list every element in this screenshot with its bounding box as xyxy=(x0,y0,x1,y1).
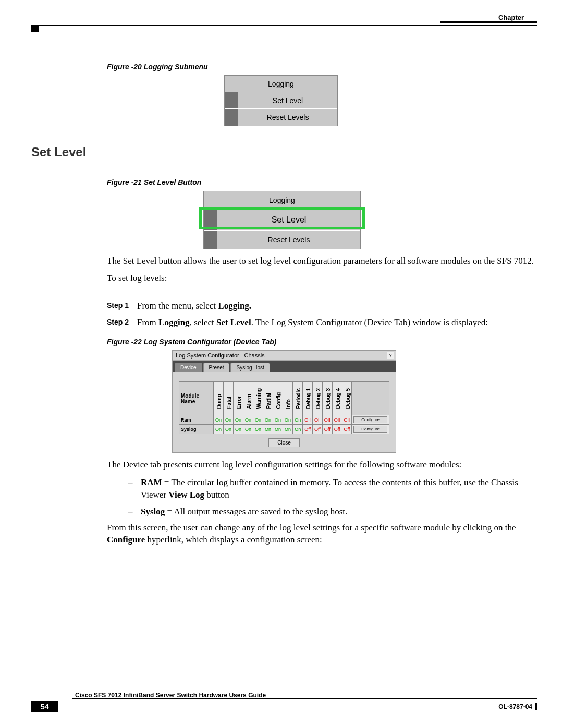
logging-submenu: Logging Set Level Reset Levels xyxy=(224,75,338,126)
menu-header-logging[interactable]: Logging xyxy=(225,76,337,92)
step-1: Step 1 From the menu, select Logging. xyxy=(107,300,537,312)
log-cell[interactable]: Off xyxy=(312,425,322,434)
paragraph: To set log levels: xyxy=(107,273,537,285)
tab-preset[interactable]: Preset xyxy=(203,363,230,372)
log-cell[interactable]: On xyxy=(253,425,263,434)
chapter-label: Chapter xyxy=(498,14,524,21)
page-content: Figure -20 Logging Submenu Logging Set L… xyxy=(31,63,537,551)
log-configurator-window: Log System Configurator - Chassis ? Devi… xyxy=(172,350,396,453)
log-cell[interactable]: Off xyxy=(332,415,342,425)
text-bold: Logging xyxy=(158,317,190,327)
text-bold: Syslog xyxy=(141,507,165,516)
log-level-table: Module NameDumpFatalErrorAlarmWarningPar… xyxy=(179,381,389,434)
log-cell[interactable]: On xyxy=(283,415,293,425)
menu-item-set-level[interactable]: Set Level xyxy=(225,92,337,109)
text: From xyxy=(137,317,158,327)
menu-label: Set Level xyxy=(238,96,337,105)
log-cell[interactable]: Off xyxy=(342,425,352,434)
page-header: Chapter xyxy=(31,19,537,28)
help-icon[interactable]: ? xyxy=(387,352,394,359)
log-cell[interactable]: On xyxy=(273,415,283,425)
col-header: Debug 1 xyxy=(303,382,313,415)
menu-label: Logging xyxy=(225,80,337,88)
col-header: Dump xyxy=(214,382,224,415)
menu-header-logging[interactable]: Logging xyxy=(204,191,360,209)
log-cell[interactable]: On xyxy=(224,415,234,425)
col-header: Fatal xyxy=(224,382,234,415)
col-header: Config xyxy=(273,382,283,415)
table-row: RamOnOnOnOnOnOnOnOnOnOffOffOffOffOffConf… xyxy=(179,415,389,425)
log-cell[interactable]: Off xyxy=(303,415,313,425)
menu-indicator-icon xyxy=(225,92,238,108)
logging-submenu-highlighted: Logging Set Level Reset Levels xyxy=(203,191,361,249)
log-cell[interactable]: Off xyxy=(322,415,332,425)
divider xyxy=(107,292,537,292)
col-header: Warning xyxy=(253,382,263,415)
row-name: Ram xyxy=(179,415,214,425)
close-button[interactable]: Close xyxy=(268,438,300,447)
footer-doc-number: OL-8787-04 xyxy=(498,703,532,710)
figure-21-image: Logging Set Level Reset Levels xyxy=(203,191,361,249)
tab-device[interactable]: Device xyxy=(175,363,202,372)
col-action xyxy=(352,382,389,415)
menu-label: Set Level xyxy=(217,215,360,225)
menu-item-set-level[interactable]: Set Level xyxy=(204,209,360,231)
log-cell[interactable]: On xyxy=(234,425,243,434)
step-2: Step 2 From Logging, select Set Level. T… xyxy=(107,316,537,329)
menu-indicator-icon xyxy=(225,109,238,126)
tab-syslog-host[interactable]: Syslog Host xyxy=(230,363,270,372)
figure-20-caption: Figure -20 Logging Submenu xyxy=(107,63,537,71)
log-cell[interactable]: On xyxy=(293,425,303,434)
dash-icon: – xyxy=(128,505,141,518)
col-header: Debug 3 xyxy=(322,382,332,415)
log-cell[interactable]: On xyxy=(214,425,224,434)
log-cell[interactable]: Off xyxy=(342,415,352,425)
log-cell[interactable]: On xyxy=(273,425,283,434)
dash-icon: – xyxy=(128,476,141,501)
text: , select xyxy=(190,317,216,327)
row-name: Syslog xyxy=(179,425,214,434)
col-header: Debug 5 xyxy=(342,382,352,415)
configure-cell: Configure xyxy=(352,425,389,434)
log-cell[interactable]: Off xyxy=(303,425,313,434)
log-cell[interactable]: Off xyxy=(332,425,342,434)
configure-button[interactable]: Configure xyxy=(353,426,387,433)
log-cell[interactable]: On xyxy=(243,415,253,425)
log-cell[interactable]: On xyxy=(224,425,234,434)
log-cell[interactable]: On xyxy=(293,415,303,425)
log-cell[interactable]: On xyxy=(234,415,243,425)
log-cell[interactable]: On xyxy=(214,415,224,425)
paragraph: The Set Level button allows the user to … xyxy=(107,255,537,267)
config-body: Module NameDumpFatalErrorAlarmWarningPar… xyxy=(173,372,396,452)
header-thick-segment xyxy=(440,21,537,23)
text: button xyxy=(204,490,229,500)
menu-item-reset-levels[interactable]: Reset Levels xyxy=(225,109,337,126)
log-cell[interactable]: On xyxy=(253,415,263,425)
text: hyperlink, which displays a configuratio… xyxy=(145,535,322,545)
log-cell[interactable]: On xyxy=(263,425,273,434)
paragraph: From this screen, the user can change an… xyxy=(107,522,537,546)
menu-label: Reset Levels xyxy=(217,236,360,244)
page-number: 54 xyxy=(31,701,58,712)
col-header: Alarm xyxy=(243,382,253,415)
configure-button[interactable]: Configure xyxy=(353,416,387,423)
log-cell[interactable]: On xyxy=(263,415,273,425)
col-header: Periodic xyxy=(293,382,303,415)
list-item: – Syslog = All output messages are saved… xyxy=(128,505,537,518)
text: = All output messages are saved to the s… xyxy=(165,507,347,516)
log-cell[interactable]: Off xyxy=(322,425,332,434)
table-row: SyslogOnOnOnOnOnOnOnOnOnOffOffOffOffOffC… xyxy=(179,425,389,434)
text-bold: Logging. xyxy=(218,301,251,311)
header-square-icon xyxy=(31,25,39,32)
menu-indicator-icon xyxy=(204,231,217,249)
menu-indicator-icon xyxy=(204,209,217,230)
menu-item-reset-levels[interactable]: Reset Levels xyxy=(204,231,360,249)
menu-label: Reset Levels xyxy=(238,113,337,121)
log-cell[interactable]: On xyxy=(243,425,253,434)
log-cell[interactable]: On xyxy=(283,425,293,434)
text-bold: Configure xyxy=(107,535,145,545)
list-text: Syslog = All output messages are saved t… xyxy=(141,505,347,518)
step-content: From Logging, select Set Level. The Log … xyxy=(137,316,537,329)
step-label: Step 1 xyxy=(107,300,137,312)
log-cell[interactable]: Off xyxy=(312,415,322,425)
